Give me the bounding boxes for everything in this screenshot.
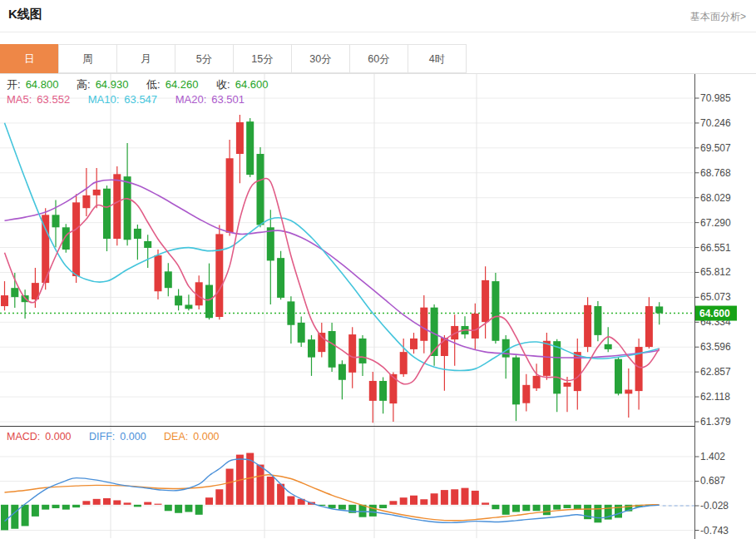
ma5-value: 63.552 [37, 93, 70, 106]
low-value: 64.260 [166, 78, 199, 91]
ma20-value: 63.501 [211, 93, 245, 106]
price-tick-label: 65.812 [700, 266, 731, 278]
ma10-value: 63.547 [124, 93, 157, 106]
price-tick-label: 63.596 [700, 341, 731, 353]
macd-tick-label: -0.743 [700, 525, 729, 537]
price-tick-label: 70.246 [700, 117, 731, 129]
kline-app: K线图 基本面分析> 日周月5分15分30分60分4时 70.98570.246… [0, 0, 756, 539]
ma20-label: MA20: [175, 93, 207, 106]
price-tick-label: 62.857 [700, 366, 731, 378]
macd-tick-label: 1.402 [700, 451, 725, 462]
price-tick-label: 67.290 [700, 217, 731, 229]
svg-text:64.600: 64.600 [699, 308, 730, 319]
close-label: 收: [216, 78, 230, 91]
price-tick-label: 70.985 [700, 92, 731, 104]
macd-histogram-layer [1, 453, 653, 531]
price-tick-label: 69.507 [700, 142, 731, 154]
ohlc-legend: 开:64.800 高:64.930 低:64.260 收:64.600 [7, 77, 273, 92]
open-label: 开: [7, 78, 21, 91]
macd-value: 0.000 [45, 431, 71, 443]
candles-layer [1, 115, 663, 423]
ma-legend: MA5:63.552 MA10:63.547 MA20:63.501 [7, 93, 250, 106]
price-tick-label: 68.768 [700, 167, 731, 179]
dea-value: 0.000 [193, 431, 219, 443]
diff-value: 0.000 [120, 431, 146, 443]
ma5-label: MA5: [7, 93, 32, 106]
price-tick-label: 62.118 [700, 391, 730, 403]
ma10-label: MA10: [88, 93, 120, 106]
low-label: 低: [146, 78, 161, 91]
price-tick-label: 66.551 [700, 242, 731, 254]
macd-label: MACD: [7, 431, 40, 443]
current-price-tag: 64.600 [695, 306, 737, 321]
diff-line [5, 459, 660, 522]
dea-label: DEA: [164, 431, 188, 443]
macd-tick-label: 0.687 [700, 475, 725, 487]
high-label: 高: [77, 78, 91, 91]
price-tick-label: 61.379 [700, 416, 731, 428]
close-value: 64.600 [235, 78, 269, 91]
open-value: 64.800 [26, 78, 59, 91]
macd-legend: MACD:0.000 DIFF:0.000 DEA:0.000 [7, 431, 225, 443]
high-value: 64.930 [96, 78, 129, 91]
price-tick-label: 65.073 [700, 291, 731, 303]
price-tick-label: 68.029 [700, 192, 731, 204]
macd-tick-label: -0.028 [700, 500, 729, 512]
diff-label: DIFF: [89, 431, 115, 443]
